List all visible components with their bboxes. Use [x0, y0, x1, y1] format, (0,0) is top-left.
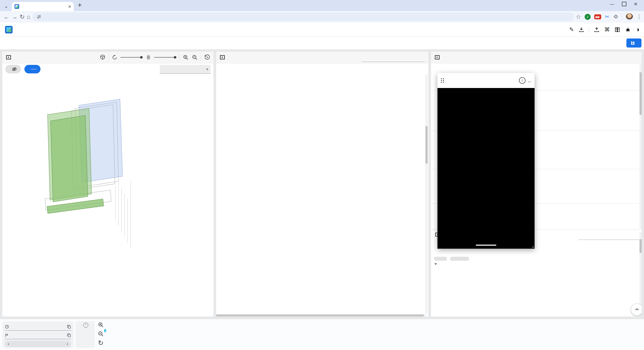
eye-off-icon [12, 67, 17, 72]
zoom-in-icon[interactable] [183, 54, 189, 60]
timeline-edge-tick [104, 329, 106, 332]
zoom-out-icon[interactable] [192, 54, 198, 60]
app-header: ✎ ⌘ ◑ [0, 23, 644, 37]
copy-icon[interactable] [67, 333, 71, 337]
resize-handle-icon[interactable] [531, 245, 534, 248]
collapse-filter-icon[interactable]: ⌃ [83, 323, 88, 328]
hierarchy-panel [216, 51, 429, 317]
timeline-time-card: ‹ › [3, 321, 73, 348]
layers-3d-canvas[interactable] [2, 76, 214, 316]
copy-icon[interactable] [67, 325, 71, 329]
info-icon[interactable]: i [519, 77, 526, 84]
bookmark-star-icon[interactable]: ☆ [576, 13, 581, 20]
show-only-visible-chip[interactable] [24, 65, 41, 73]
timeline-reset-zoom-icon[interactable]: ↻ [98, 340, 104, 346]
ignore-chip[interactable] [5, 65, 21, 73]
curated-root-row[interactable] [434, 263, 439, 265]
panel-collapse-icon[interactable] [434, 55, 440, 60]
layer-sheet-green-small [51, 115, 88, 202]
trace-view-tabs [0, 37, 644, 50]
profile-avatar[interactable] [626, 13, 633, 20]
new-tab-button[interactable]: + [78, 1, 82, 9]
drag-handle-icon[interactable] [441, 78, 444, 83]
curated-search-input[interactable] [578, 231, 642, 240]
home-icon[interactable]: ⌂ [27, 13, 30, 20]
report-bug-icon[interactable] [625, 27, 631, 33]
panel-collapse-icon[interactable] [6, 55, 11, 60]
timeline-filter-card: ⌃ [75, 321, 95, 348]
browser-tab[interactable]: × [12, 2, 74, 11]
collapse-timeline-button[interactable] [631, 303, 642, 316]
scissors-extension-icon[interactable]: ✂ [605, 14, 609, 20]
timeline-zoom-out-icon[interactable] [98, 331, 104, 337]
spacing-slider[interactable] [154, 56, 176, 59]
download-icon[interactable] [578, 27, 584, 33]
browser-menu-icon[interactable]: ⋮ [636, 14, 642, 20]
save-preset-icon [630, 41, 635, 45]
back-icon[interactable]: ← [4, 13, 10, 20]
upload-icon[interactable] [594, 27, 600, 33]
dark-mode-toggle-icon[interactable]: ◑ [635, 26, 639, 33]
extension-green-icon[interactable]: ✓ [585, 14, 591, 20]
curated-scrollbar[interactable] [639, 239, 642, 253]
browser-toolbar: ← → ↻ ⌂ ☆ ✓ ▶▶ ✂ ⋮ [0, 11, 644, 23]
screen-preview [437, 88, 535, 249]
reset-view-history-icon[interactable] [204, 54, 210, 60]
hierarchy-tree [216, 75, 426, 314]
properties-scrollbar[interactable] [639, 72, 642, 115]
human-time-field[interactable] [5, 323, 71, 331]
tab-close-icon[interactable]: × [68, 4, 71, 10]
home-indicator [476, 245, 496, 246]
tune-icon[interactable] [36, 14, 42, 19]
rotation-slider[interactable] [120, 56, 143, 59]
prev-entry-button[interactable]: ‹ [8, 341, 9, 346]
layer-stack-drawing [2, 76, 214, 255]
next-entry-button[interactable]: › [67, 341, 68, 346]
winscope-app: ⌄ × + — × ← → ↻ ⌂ ☆ ✓ ▶▶ ✂ ⋮ [0, 0, 644, 350]
3d-view-cube-icon[interactable] [100, 54, 106, 60]
timeline-zoom-in-icon[interactable] [98, 322, 104, 328]
filter-presets-button[interactable] [626, 38, 641, 48]
displays-select[interactable]: ▾ [160, 65, 211, 74]
extensions-puzzle-icon[interactable] [613, 14, 619, 20]
address-bar[interactable] [32, 13, 574, 21]
winscope-favicon [14, 4, 19, 9]
winscope-logo [5, 25, 13, 34]
forward-icon[interactable]: → [12, 13, 18, 20]
ns-time-field[interactable] [5, 332, 71, 339]
rotation-icon[interactable] [112, 55, 117, 60]
clock-icon [5, 325, 9, 329]
shortcuts-command-icon[interactable]: ⌘ [604, 26, 610, 33]
browser-tab-strip: ⌄ × + — × [0, 0, 644, 11]
timeline: ‹ › ⌃ ↻ [0, 319, 644, 350]
panel-collapse-icon[interactable] [220, 55, 225, 60]
hierarchy-search-input[interactable] [362, 53, 425, 62]
tab-search-chevron-icon[interactable]: ⌄ [4, 4, 8, 9]
window-minimize-icon[interactable]: — [610, 2, 614, 7]
covered-chip-fragment [450, 257, 469, 261]
documentation-book-icon[interactable] [614, 27, 620, 33]
minimize-icon[interactable]: _ [528, 76, 531, 83]
screen-preview-window[interactable]: i _ [437, 73, 535, 249]
covered-chip-fragment [434, 257, 447, 261]
edit-pencil-icon[interactable]: ✎ [569, 26, 574, 33]
flag-icon [5, 333, 9, 337]
window-close-icon[interactable]: × [634, 1, 637, 8]
properties-panel: i _ [431, 51, 642, 317]
hierarchy-scrollbar[interactable] [425, 126, 428, 164]
timeline-tracks-canvas[interactable] [109, 319, 644, 350]
spacing-icon [146, 55, 151, 60]
extension-red-icon[interactable]: ▶▶ [594, 14, 601, 19]
reload-icon[interactable]: ↻ [20, 13, 25, 20]
hierarchy-hscrollbar[interactable] [216, 314, 424, 317]
layers-panel: ▾ [2, 51, 214, 317]
visible-badge [31, 69, 36, 69]
window-maximize-icon[interactable] [622, 2, 626, 6]
